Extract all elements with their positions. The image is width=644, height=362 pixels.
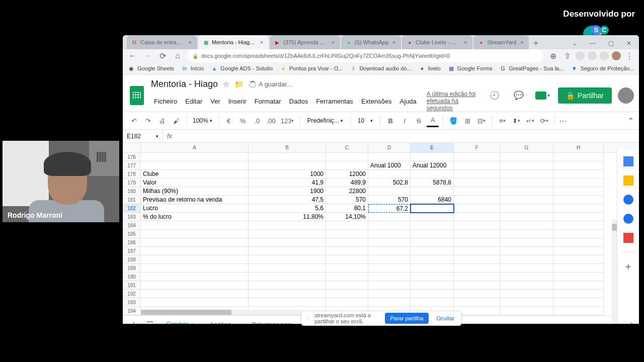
tab-whatsapp[interactable]: ● (5) WhatsApp × <box>341 35 401 49</box>
spreadsheet-grid[interactable]: A B C D E F G H 176 177Anual 1000Anual 1… <box>123 143 639 315</box>
close-icon[interactable]: × <box>391 39 397 45</box>
cell-a181[interactable]: Previsao de retorno na venda <box>141 196 249 204</box>
text-wrap-button[interactable]: ↵▾ <box>524 114 536 127</box>
menu-ajuda[interactable]: Ajuda <box>397 96 420 107</box>
bookmark-item[interactable]: ◉Google Sheets <box>128 65 174 72</box>
all-sheets-button[interactable]: ☰ <box>144 319 156 324</box>
extension-icon[interactable] <box>588 51 597 60</box>
row-header[interactable]: 193 <box>123 298 141 307</box>
col-header-b[interactable]: B <box>249 143 326 152</box>
select-all-corner[interactable] <box>123 143 141 152</box>
menu-extensoes[interactable]: Extensões <box>358 96 395 107</box>
version-history-icon[interactable]: 🕘 <box>486 86 504 105</box>
minimize-button[interactable]: — <box>586 37 600 49</box>
cell-b178[interactable]: 1000 <box>249 170 326 178</box>
share-button[interactable]: 🔒Partilhar <box>558 87 612 104</box>
menu-ficheiro[interactable]: Ficheiro <box>151 96 180 107</box>
close-icon[interactable]: × <box>259 39 265 45</box>
more-tools-button[interactable]: ⋯ <box>559 116 567 126</box>
account-avatar[interactable] <box>618 87 634 104</box>
bookmark-item[interactable]: GGreatPages - Sua la... <box>500 65 564 72</box>
fill-color-button[interactable]: 🪣 <box>447 114 459 127</box>
cell-b180[interactable]: 1900 <box>249 187 326 196</box>
bookmark-item[interactable]: ●livelo <box>419 65 441 72</box>
italic-button[interactable]: I <box>398 114 411 127</box>
tab-streamyard[interactable]: ● StreamYard × <box>473 35 529 49</box>
bookmark-item[interactable]: inInício <box>181 65 204 72</box>
menu-formatar[interactable]: Formatar <box>252 96 284 107</box>
cell-a180[interactable]: Milhas (90%) <box>141 187 249 196</box>
stop-share-button[interactable]: Parar partilha <box>385 313 428 324</box>
text-rotation-button[interactable]: ⟳▾ <box>538 114 550 127</box>
name-box[interactable]: E182▾ <box>123 130 163 142</box>
row-header[interactable]: 190 <box>123 273 141 281</box>
bookmark-item[interactable]: ●Pontos pra Voar - O... <box>280 65 343 72</box>
col-header-g[interactable]: G <box>500 143 553 152</box>
row-header[interactable]: 187 <box>123 247 141 255</box>
close-icon[interactable]: × <box>519 39 525 45</box>
add-sheet-button[interactable]: + <box>128 319 140 324</box>
row-header[interactable]: 183 <box>123 213 141 221</box>
col-header-c[interactable]: C <box>326 143 368 152</box>
cell-e181[interactable]: 6840 <box>411 196 454 204</box>
cell-c179[interactable]: 489,9 <box>326 178 368 187</box>
sheets-logo-icon[interactable] <box>128 83 146 108</box>
row-header[interactable]: 185 <box>123 230 141 238</box>
menu-ver[interactable]: Ver <box>207 96 223 107</box>
font-select[interactable]: Predefiniç...▾ <box>304 117 346 124</box>
col-header-e[interactable]: E <box>411 143 454 152</box>
maximize-button[interactable]: ▢ <box>604 37 618 49</box>
address-bar[interactable]: 🔒 docs.google.com/spreadsheets/d/1ZbAAk6… <box>187 49 543 62</box>
extension-icon[interactable] <box>600 51 609 60</box>
tab-youtube[interactable]: ▶ (375) Aprenda como × <box>270 35 340 49</box>
redo-button[interactable]: ↷ <box>142 114 154 127</box>
row-header[interactable]: 192 <box>123 290 141 298</box>
cell-c182[interactable]: 80,1 <box>326 204 368 213</box>
row-header[interactable]: 180 <box>123 187 141 196</box>
col-header-h[interactable]: H <box>553 143 604 152</box>
row-header[interactable]: 184 <box>123 221 141 230</box>
cell-d177[interactable]: Anual 1000 <box>368 161 411 170</box>
text-color-button[interactable]: A <box>427 114 439 127</box>
horizontal-align-button[interactable]: ≡▾ <box>496 114 508 127</box>
cell-b182[interactable]: 5,6 <box>249 204 326 213</box>
paint-format-button[interactable]: 🖌 <box>170 114 182 127</box>
row-header[interactable]: 178 <box>123 170 141 178</box>
percent-button[interactable]: % <box>237 114 249 127</box>
menu-ferramentas[interactable]: Ferramentas <box>313 96 356 107</box>
row-header[interactable]: 188 <box>123 255 141 264</box>
merge-button[interactable]: ⊟▾ <box>475 114 488 127</box>
last-edit-link[interactable]: A última edição foi efetuada há segundos <box>427 90 480 112</box>
cell-c180[interactable]: 22800 <box>326 187 368 196</box>
more-formats-button[interactable]: 123▾ <box>279 114 296 127</box>
currency-button[interactable]: € <box>223 114 235 127</box>
cell-a182[interactable]: Lucro <box>141 204 249 213</box>
cell-a179[interactable]: Valor <box>141 178 249 187</box>
row-header[interactable]: 182 <box>123 204 141 213</box>
sheet-tab-analise[interactable]: Análise▾ <box>204 318 242 324</box>
bookmark-item[interactable]: ▲Google ADS - Solutio <box>211 65 273 72</box>
zoom-select[interactable]: 100%▾ <box>191 117 214 124</box>
cell-a183[interactable]: % do lucro <box>141 213 249 221</box>
star-icon[interactable]: ☆ <box>223 80 229 89</box>
back-button[interactable]: ← <box>127 50 138 61</box>
zoom-icon[interactable]: ⊕ <box>547 50 558 61</box>
sheet-tab-proximos[interactable]: Próximos pas <box>246 318 297 324</box>
chevron-down-icon[interactable]: ⌄ <box>568 37 582 49</box>
sidebar-collapse-icon[interactable]: › <box>630 319 633 324</box>
cell-b179[interactable]: 41,9 <box>249 178 326 187</box>
hide-share-button[interactable]: Ocultar <box>434 313 457 324</box>
reload-button[interactable]: ⟳ <box>157 50 168 61</box>
formula-input[interactable] <box>176 130 639 142</box>
sheet-tab-cenario[interactable]: Cenário▾ <box>160 317 200 324</box>
cell-e177[interactable]: Anual 12000 <box>411 161 454 170</box>
contacts-icon[interactable] <box>623 214 633 224</box>
close-icon[interactable]: × <box>462 39 468 45</box>
new-tab-button[interactable]: + <box>530 37 542 49</box>
bookmark-item[interactable]: ⇩Download audio do... <box>350 65 411 72</box>
horizontal-scrollbar[interactable] <box>141 310 302 315</box>
decrease-decimal-button[interactable]: .0 <box>251 114 263 127</box>
menu-dados[interactable]: Dados <box>286 96 311 107</box>
get-addons-button[interactable]: + <box>625 261 631 273</box>
maps-icon[interactable] <box>623 233 633 243</box>
